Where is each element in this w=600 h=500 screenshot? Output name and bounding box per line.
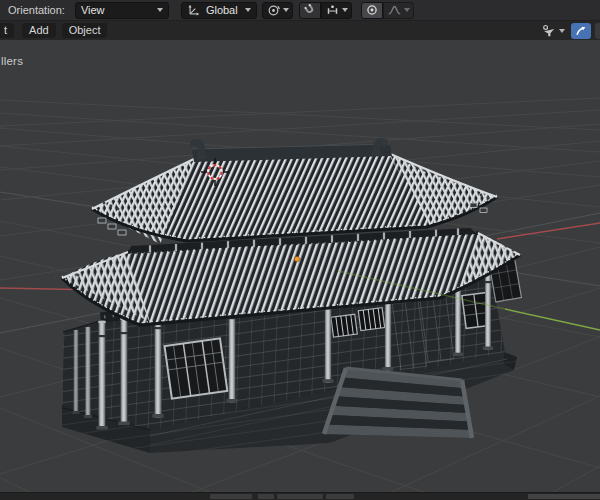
falloff-curve-icon <box>387 3 402 17</box>
status-segment <box>528 494 600 499</box>
transform-orientation-dropdown[interactable]: Global <box>181 2 257 19</box>
proportional-dot-icon <box>365 3 379 17</box>
status-segment <box>277 494 323 499</box>
snap-target-dropdown[interactable] <box>321 2 352 19</box>
scene <box>0 40 600 492</box>
chevron-down-icon <box>283 8 289 12</box>
blender-window: { "tool_settings": { "orientation_label"… <box>0 0 600 500</box>
overlays-icon <box>574 24 588 38</box>
show-gizmo-dropdown[interactable] <box>541 23 565 39</box>
show-overlays-toggle[interactable] <box>571 23 591 39</box>
chevron-down-icon <box>404 8 410 12</box>
object-origin-dot[interactable] <box>294 256 299 261</box>
stairs <box>324 368 472 438</box>
status-bar <box>0 492 600 500</box>
orientation-label: Orientation: <box>8 4 65 16</box>
snap-toggle-button[interactable] <box>299 2 321 19</box>
status-segment <box>258 494 274 499</box>
status-segment <box>210 494 252 499</box>
chevron-down-icon <box>245 8 251 12</box>
partial-button[interactable] <box>595 23 600 39</box>
tool-settings-bar: Orientation: View Global <box>0 0 600 21</box>
orientation-dropdown[interactable]: View <box>75 2 169 19</box>
axes-icon <box>187 3 201 17</box>
snap-target-icon <box>325 3 340 17</box>
orientation-value: View <box>81 4 107 16</box>
chevron-down-icon <box>342 8 348 12</box>
pivot-point-dropdown[interactable] <box>262 2 293 19</box>
status-segment <box>326 494 354 499</box>
magnet-icon <box>303 3 317 17</box>
menu-add[interactable]: Add <box>22 23 56 38</box>
pivot-point-icon <box>266 3 281 18</box>
viewport-header: t Add Object <box>0 21 600 40</box>
chevron-down-icon <box>157 8 163 12</box>
3d-viewport[interactable]: llers <box>0 40 600 492</box>
lattice-window-left <box>165 338 228 398</box>
chevron-down-icon <box>559 29 565 33</box>
proportional-editing-toggle[interactable] <box>361 2 383 19</box>
gizmo-icon <box>541 23 557 39</box>
viewport-canvas <box>0 40 600 492</box>
falloff-dropdown[interactable] <box>383 2 414 19</box>
viewport-overlay-text: llers <box>1 55 23 67</box>
menu-select-cutoff[interactable]: t <box>0 23 14 38</box>
snapping-group <box>299 2 352 19</box>
proportional-editing-group <box>361 2 414 19</box>
transform-orientation-value: Global <box>206 4 240 16</box>
menu-object[interactable]: Object <box>62 23 108 38</box>
